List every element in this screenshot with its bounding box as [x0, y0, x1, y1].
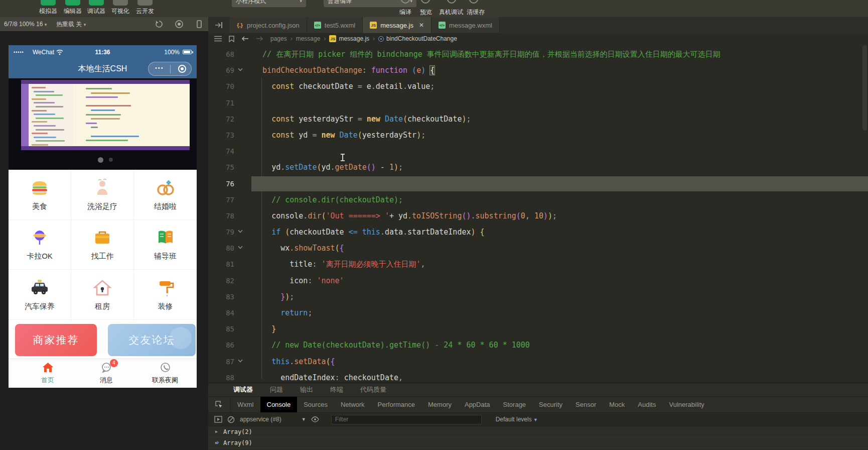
code-line-73[interactable]: 73 const yd = new Date(yesterdayStr); [208, 127, 868, 143]
goto-file-icon[interactable] [208, 17, 229, 33]
capsule-menu[interactable]: ••• [148, 62, 192, 76]
device-info-dropdown[interactable]: 6/7/8 100% 16 ▾ [4, 17, 47, 32]
code-line-87[interactable]: 87 this.setData({ [208, 354, 868, 370]
panel-tab-调试器[interactable]: 调试器 [233, 385, 253, 394]
devtools-tab-Mock[interactable]: Mock [603, 397, 631, 412]
code-line-82[interactable]: 82 icon: 'none' [208, 273, 868, 289]
toolbar-button-清缓存[interactable]: 清缓存 [467, 8, 485, 17]
code-line-69[interactable]: 69 bindCheckoutDateChange: function (e) … [208, 62, 868, 78]
devtools-tab-Wxml[interactable]: Wxml [231, 397, 260, 412]
panel-tab-输出[interactable]: 输出 [300, 385, 313, 394]
tab-联系夜阑[interactable]: 联系夜阑 [142, 362, 188, 385]
devtools-tab-Storage[interactable]: Storage [497, 397, 533, 412]
exit-icon[interactable] [178, 65, 186, 73]
back-arrow-icon[interactable] [241, 36, 249, 42]
mode-dropdown[interactable]: 小程序模式 ▾ [232, 0, 306, 7]
bookmark-icon[interactable] [229, 36, 234, 42]
code-line-79[interactable]: 79 if (checkoutDate <= this.data.startDa… [208, 224, 868, 240]
tab-首页[interactable]: 首页 [25, 362, 70, 385]
code-line-78[interactable]: 78 console.dir('Out ======> '+ yd.toISOS… [208, 208, 868, 224]
code-line-88[interactable]: 88 endDateIndex: checkoutDate, [208, 370, 868, 383]
code-line-81[interactable]: 81 title: '离开日期必须晚于入住日期', [208, 256, 868, 272]
breadcrumb-item-message[interactable]: message [296, 35, 321, 42]
eye-icon[interactable] [311, 416, 319, 422]
code-line-72[interactable]: 72 const yesterdayStr = new Date(checkou… [208, 111, 868, 127]
grid-item-卡拉OK[interactable]: 卡拉OK [9, 220, 71, 270]
fold-chevron-icon[interactable] [238, 229, 242, 233]
devtools-tab-Performance[interactable]: Performance [371, 397, 421, 412]
stop-icon[interactable] [175, 20, 184, 29]
code-line-70[interactable]: 70 const checkoutDate = e.detail.value; [208, 78, 868, 94]
code-line-84[interactable]: 84 return; [208, 305, 868, 321]
code-line-71[interactable]: 71 [208, 95, 868, 111]
restart-icon[interactable] [155, 20, 164, 29]
banner-商家推荐[interactable]: 商家推荐 [15, 324, 97, 356]
panel-tab-代码质量[interactable]: 代码质量 [360, 385, 386, 394]
console-entry[interactable]: ▶Array(9) [208, 437, 868, 448]
devtools-tab-Vulnerability[interactable]: Vulnerability [662, 397, 710, 412]
clear-console-icon[interactable] [227, 416, 235, 423]
hot-reload-toggle[interactable]: 热重载 关 ▾ [56, 17, 86, 32]
tab-消息[interactable]: 消息4 [84, 362, 129, 385]
breadcrumb-item-message.js[interactable]: JSmessage.js [329, 35, 369, 42]
breadcrumb-item-bindCheckoutDateChange[interactable]: bindCheckoutDateChange [378, 35, 457, 42]
grid-item-辅导班[interactable]: 辅导班 [134, 220, 197, 270]
editor-scrollbar[interactable] [862, 45, 867, 131]
toolbar-button-预览[interactable]: 预览 [420, 8, 432, 17]
breadcrumb-item-pages[interactable]: pages [270, 35, 287, 42]
fold-chevron-icon[interactable] [238, 245, 242, 249]
forward-arrow-icon[interactable] [256, 36, 263, 42]
code-line-75[interactable]: 75 yd.setDate(yd.getDate() - 1); [208, 159, 868, 175]
devtools-tab-Sources[interactable]: Sources [297, 397, 334, 412]
devtools-tab-Audits[interactable]: Audits [631, 397, 662, 412]
code-line-80[interactable]: 80 wx.showToast({ [208, 240, 868, 256]
log-levels-dropdown[interactable]: Default levels ▼ [496, 416, 538, 423]
editor-tab-message.js[interactable]: JSmessage.js✕ [363, 17, 431, 33]
editor-tab-message.wxml[interactable]: </>message.wxml [431, 17, 500, 33]
panel-tab-问题[interactable]: 问题 [270, 385, 283, 394]
hero-banner-image[interactable] [9, 78, 197, 170]
devtools-tab-Memory[interactable]: Memory [421, 397, 458, 412]
fold-chevron-icon[interactable] [238, 67, 242, 71]
devtools-tab-Console[interactable]: Console [260, 397, 298, 412]
toolbar-button-模拟器[interactable]: 模拟器 [37, 0, 60, 16]
devtools-tab-Sensor[interactable]: Sensor [569, 397, 603, 412]
code-line-68[interactable]: 68 // 在离开日期 picker 组件的 bindchange 事件回调函数… [208, 46, 868, 62]
code-line-86[interactable]: 86 // new Date(checkoutDate).getTime() -… [208, 337, 868, 353]
banner-交友论坛[interactable]: 交友论坛 [108, 324, 196, 356]
execution-context-select[interactable]: appservice (#8) ▼ [240, 416, 306, 423]
code-line-76[interactable]: 76 [208, 176, 868, 192]
code-line-74[interactable]: 74 [208, 143, 868, 159]
toolbar-button-编辑器[interactable]: 编辑器 [61, 0, 84, 16]
devtools-tab-Network[interactable]: Network [334, 397, 371, 412]
fold-chevron-icon[interactable] [238, 358, 242, 362]
editor-tab-project.config.json[interactable]: {.}project.config.json [229, 17, 307, 33]
devtools-tab-Security[interactable]: Security [532, 397, 569, 412]
toolbar-button-真机调试[interactable]: 真机调试 [439, 8, 463, 17]
grid-item-汽车保养[interactable]: 汽车保养 [9, 270, 71, 320]
toolbar-button-编译[interactable]: 编译 [399, 8, 411, 17]
toolbar-button-云开发[interactable]: 云开发 [133, 0, 157, 16]
toolbar-button-调试器[interactable]: 调试器 [85, 0, 108, 16]
code-line-85[interactable]: 85 } [208, 321, 868, 337]
grid-item-租房[interactable]: 租房 [71, 270, 134, 320]
inspect-element-icon[interactable] [208, 397, 231, 412]
dock-side-icon[interactable] [214, 416, 222, 423]
grid-item-洗浴足疗[interactable]: 洗浴足疗 [71, 170, 134, 220]
more-icon[interactable]: ••• [155, 65, 164, 71]
code-line-77[interactable]: 77 // console.dir(checkoutDate); [208, 192, 868, 208]
phone-icon[interactable] [195, 20, 204, 29]
code-line-83[interactable]: 83 }); [208, 289, 868, 305]
panel-tab-终端[interactable]: 终端 [330, 385, 343, 394]
code-editor[interactable]: 68 // 在离开日期 picker 组件的 bindchange 事件回调函数… [208, 44, 868, 383]
editor-tab-test5.wxml[interactable]: </>test5.wxml [307, 17, 363, 33]
outline-menu-icon[interactable] [214, 36, 222, 42]
grid-item-装修[interactable]: 装修 [134, 270, 197, 320]
console-entry[interactable]: ▶Array(2) [208, 426, 868, 437]
grid-item-结婚啦[interactable]: 结婚啦 [134, 170, 197, 220]
close-icon[interactable]: ✕ [419, 22, 424, 29]
toolbar-button-可视化[interactable]: 可视化 [109, 0, 132, 16]
devtools-tab-AppData[interactable]: AppData [458, 397, 497, 412]
expander-triangle-icon[interactable]: ▶ [215, 426, 218, 437]
grid-item-找工作[interactable]: 找工作 [71, 220, 134, 270]
